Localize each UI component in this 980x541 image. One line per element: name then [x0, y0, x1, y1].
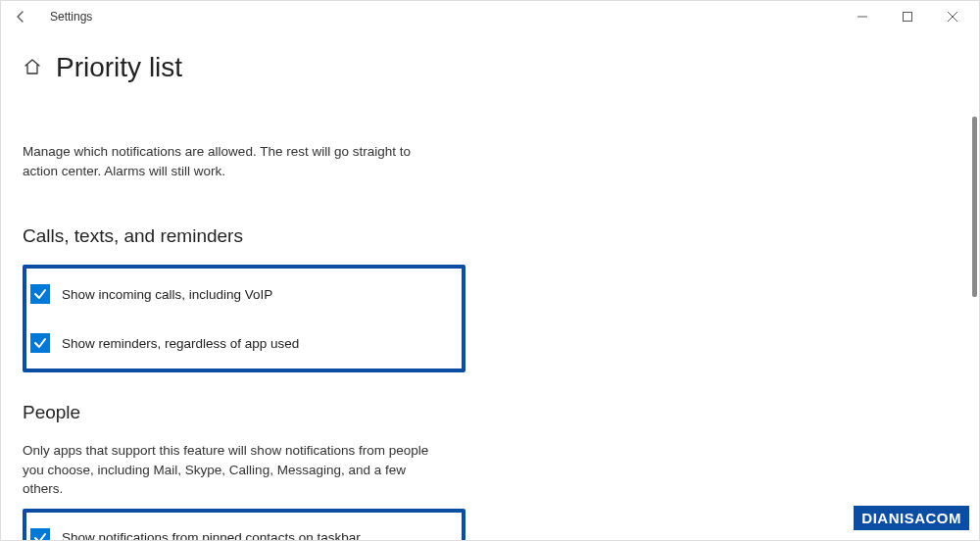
- page-content: Priority list Manage which notifications…: [1, 32, 687, 541]
- window-controls: [840, 2, 975, 31]
- highlight-group-people: Show notifications from pinned contacts …: [23, 509, 466, 541]
- home-icon[interactable]: [23, 57, 42, 79]
- maximize-button[interactable]: [885, 2, 930, 31]
- svg-rect-1: [904, 13, 912, 22]
- page-description: Manage which notifications are allowed. …: [23, 142, 415, 180]
- app-title: Settings: [50, 10, 92, 24]
- page-title: Priority list: [56, 52, 182, 83]
- section-heading-people: People: [23, 402, 687, 423]
- checkbox-row-pinned-contacts[interactable]: Show notifications from pinned contacts …: [30, 526, 452, 541]
- checkbox-reminders[interactable]: [30, 333, 50, 353]
- checkbox-row-reminders[interactable]: Show reminders, regardless of app used: [30, 331, 452, 355]
- watermark: DIANISACOM: [854, 506, 969, 530]
- section-heading-calls: Calls, texts, and reminders: [23, 225, 687, 247]
- checkbox-label: Show notifications from pinned contacts …: [62, 530, 364, 541]
- checkbox-pinned-contacts[interactable]: [30, 528, 50, 541]
- minimize-button[interactable]: [840, 2, 885, 31]
- checkbox-label: Show reminders, regardless of app used: [62, 336, 299, 351]
- back-button[interactable]: [9, 5, 32, 28]
- checkbox-row-incoming-calls[interactable]: Show incoming calls, including VoIP: [30, 282, 452, 306]
- checkbox-incoming-calls[interactable]: [30, 284, 50, 304]
- close-button[interactable]: [930, 2, 975, 31]
- checkbox-label: Show incoming calls, including VoIP: [62, 287, 272, 302]
- scrollbar-thumb[interactable]: [972, 117, 977, 297]
- section-description-people: Only apps that support this feature will…: [23, 441, 444, 499]
- title-bar: Settings: [1, 1, 979, 32]
- highlight-group-calls: Show incoming calls, including VoIP Show…: [23, 265, 466, 372]
